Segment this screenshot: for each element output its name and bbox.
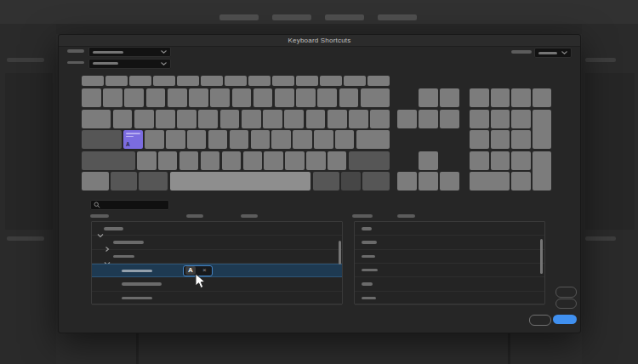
key[interactable] xyxy=(156,110,175,128)
key[interactable] xyxy=(82,130,122,149)
cancel-button[interactable] xyxy=(529,315,551,326)
key[interactable] xyxy=(242,110,261,128)
tree-scrollbar[interactable] xyxy=(339,241,341,264)
numpad-key[interactable] xyxy=(491,88,510,107)
key[interactable] xyxy=(264,151,282,170)
numpad-key[interactable] xyxy=(533,151,552,191)
key[interactable] xyxy=(198,110,218,128)
nav-key[interactable] xyxy=(440,110,459,128)
tree-row[interactable] xyxy=(92,236,342,249)
key[interactable] xyxy=(111,172,137,191)
key[interactable] xyxy=(82,151,135,170)
numpad-key[interactable] xyxy=(491,151,510,170)
tree-row[interactable] xyxy=(92,250,342,264)
key[interactable] xyxy=(263,110,282,128)
key[interactable] xyxy=(220,110,240,128)
key[interactable] xyxy=(103,88,122,107)
key[interactable] xyxy=(153,76,175,86)
numpad-key[interactable] xyxy=(470,88,489,107)
key[interactable] xyxy=(168,88,187,107)
tree-row[interactable]: A× xyxy=(92,264,342,277)
clear-button[interactable] xyxy=(555,299,577,310)
numpad-key[interactable] xyxy=(533,88,552,107)
key[interactable] xyxy=(187,130,206,149)
numpad-key[interactable] xyxy=(470,172,510,191)
numpad-key[interactable] xyxy=(511,130,531,149)
key[interactable] xyxy=(306,110,326,128)
numpad-key[interactable] xyxy=(491,110,510,128)
key[interactable] xyxy=(222,151,241,170)
key[interactable] xyxy=(230,130,248,149)
key[interactable] xyxy=(339,88,359,107)
key[interactable] xyxy=(271,130,290,149)
key[interactable] xyxy=(189,88,208,107)
key[interactable] xyxy=(232,88,252,107)
key[interactable] xyxy=(272,76,294,86)
numpad-key[interactable] xyxy=(491,130,510,149)
nav-key[interactable] xyxy=(440,88,459,107)
key[interactable] xyxy=(177,76,199,86)
numpad-key[interactable] xyxy=(511,88,531,107)
key[interactable] xyxy=(201,151,219,170)
key[interactable] xyxy=(349,110,368,128)
key[interactable] xyxy=(251,130,270,149)
list-item[interactable] xyxy=(355,250,544,264)
nav-key[interactable] xyxy=(419,151,438,170)
key[interactable] xyxy=(296,88,316,107)
key[interactable] xyxy=(285,151,304,170)
key[interactable] xyxy=(158,151,177,170)
key[interactable] xyxy=(137,151,156,170)
shortcut-preset-dropdown[interactable] xyxy=(88,59,171,69)
key[interactable] xyxy=(129,76,151,86)
key[interactable] xyxy=(296,76,318,86)
key[interactable] xyxy=(124,88,144,107)
key[interactable] xyxy=(134,110,154,128)
nav-key[interactable] xyxy=(419,110,438,128)
key[interactable] xyxy=(317,88,337,107)
key[interactable] xyxy=(370,110,390,128)
key[interactable] xyxy=(344,76,366,86)
key[interactable] xyxy=(328,110,347,128)
key[interactable] xyxy=(362,172,390,191)
key[interactable] xyxy=(314,130,333,149)
key[interactable] xyxy=(145,130,163,149)
list-item[interactable] xyxy=(355,236,544,249)
list-item[interactable] xyxy=(355,292,544,305)
nav-key[interactable] xyxy=(419,88,438,107)
key[interactable] xyxy=(105,76,128,86)
nav-key[interactable] xyxy=(397,172,417,191)
key[interactable] xyxy=(293,130,311,149)
modifier-dropdown[interactable] xyxy=(534,48,572,58)
numpad-key[interactable] xyxy=(511,172,531,191)
key[interactable] xyxy=(82,110,111,128)
key[interactable] xyxy=(208,130,227,149)
list-item[interactable] xyxy=(355,264,544,277)
key[interactable] xyxy=(201,76,223,86)
numpad-key[interactable] xyxy=(470,130,489,149)
key-a-highlighted[interactable]: A xyxy=(123,130,142,149)
key[interactable] xyxy=(248,76,271,86)
key[interactable] xyxy=(146,88,166,107)
key[interactable] xyxy=(341,172,361,191)
numpad-key[interactable] xyxy=(470,151,489,170)
commands-scrollbar[interactable] xyxy=(540,239,543,274)
key[interactable] xyxy=(335,130,354,149)
key[interactable] xyxy=(82,172,109,191)
numpad-key[interactable] xyxy=(511,110,531,128)
key[interactable] xyxy=(179,151,198,170)
key[interactable] xyxy=(210,88,230,107)
search-input[interactable] xyxy=(90,200,169,210)
key[interactable] xyxy=(361,88,390,107)
tree-row[interactable] xyxy=(92,277,342,291)
key[interactable] xyxy=(349,151,390,170)
key[interactable] xyxy=(367,76,390,86)
key[interactable] xyxy=(225,76,247,86)
numpad-key[interactable] xyxy=(470,110,489,128)
key[interactable] xyxy=(82,88,101,107)
key[interactable] xyxy=(313,172,339,191)
tree-row[interactable] xyxy=(92,292,342,305)
undo-button[interactable] xyxy=(555,287,577,298)
numpad-key[interactable] xyxy=(511,151,531,170)
list-item[interactable] xyxy=(355,222,544,236)
key[interactable] xyxy=(253,88,273,107)
